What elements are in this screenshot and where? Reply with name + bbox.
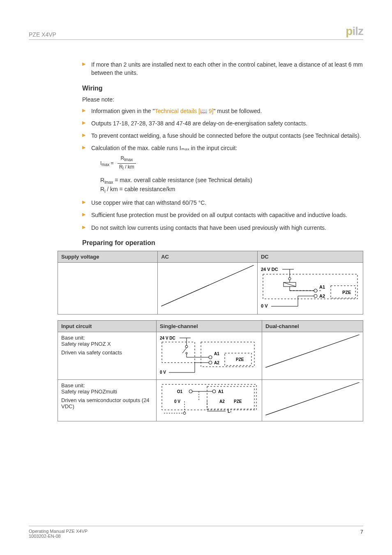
t2-r1c1c: Driven via safety contacts — [61, 349, 153, 356]
svg-text:A1: A1 — [214, 352, 219, 356]
t2-r2c3 — [262, 380, 363, 421]
svg-point-46 — [212, 390, 216, 393]
wiring-b5: Use copper wire that can withstand 60/75… — [82, 199, 363, 207]
t1-h2: AC — [158, 251, 258, 263]
svg-text:A2: A2 — [214, 361, 219, 365]
svg-text:0 V: 0 V — [160, 370, 166, 375]
t1-r1c2 — [158, 263, 258, 314]
doc-title: PZE X4VP — [29, 31, 56, 38]
svg-line-41 — [265, 335, 360, 368]
logo-l: l — [355, 25, 358, 37]
dc-top-label: 24 V DC — [261, 267, 278, 272]
svg-point-30 — [209, 356, 212, 359]
page-header: PZE X4VP pilz — [29, 25, 363, 40]
svg-text:A1: A1 — [319, 284, 325, 289]
svg-point-14 — [314, 294, 317, 298]
after2: R — [100, 186, 104, 192]
svg-text:L-: L- — [228, 409, 231, 414]
svg-text:0 V: 0 V — [174, 399, 180, 404]
svg-text:PZE: PZE — [342, 290, 351, 295]
t2-r2c1: Base unit: Safety relay PNOZmulti Driven… — [58, 380, 157, 421]
dc-supply-diagram: 24 V DC A1 — [261, 265, 360, 310]
svg-text:A1: A1 — [218, 389, 224, 394]
t2-r2c1b: Safety relay PNOZmulti — [61, 388, 153, 395]
prep-heading: Preparing for operation — [82, 239, 363, 247]
after1-sub: lmax — [104, 180, 113, 184]
wiring-b1-pre: Information given in the " — [91, 108, 154, 114]
t1-h1: Supply voltage — [58, 251, 158, 263]
wiring-b2: Outputs 17-18, 27-28, 37-38 and 47-48 ar… — [82, 119, 363, 127]
svg-text:PZE: PZE — [234, 399, 242, 404]
t2-r2c1a: Base unit: — [61, 382, 153, 388]
t1-h3: DC — [257, 251, 363, 263]
t2-r2c1c: Driven via semiconductor outputs (24 VDC… — [61, 397, 153, 409]
formula-lhs-sub: max — [101, 162, 109, 167]
svg-point-25 — [185, 345, 188, 348]
formula-den: R — [119, 164, 123, 170]
svg-text:24 V DC: 24 V DC — [160, 336, 175, 340]
svg-text:O1: O1 — [177, 389, 183, 394]
pilz-logo: pilz — [346, 25, 363, 38]
wiring-b3: To prevent contact welding, a fuse shoul… — [82, 132, 363, 140]
empty-slash-icon — [265, 382, 360, 415]
svg-point-4 — [288, 278, 291, 280]
wiring-b4-text: Calculation of the max. cable runs Iₘₐₓ … — [91, 145, 237, 151]
empty-slash-icon — [161, 265, 254, 306]
svg-line-0 — [161, 265, 254, 306]
svg-rect-2 — [263, 274, 357, 299]
after1: R — [100, 177, 104, 183]
single-channel-pnozx-diagram: 24 V DC A1 A2 — [160, 335, 258, 376]
t2-r1c1a: Base unit: — [61, 335, 153, 341]
t2-r1c2: 24 V DC A1 A2 — [157, 332, 262, 380]
single-channel-pnozmulti-diagram: O1 A1 0 V A2 PZE L- — [160, 382, 258, 417]
after2-tail: / km = cable resistance/km — [105, 186, 175, 192]
svg-text:0 V: 0 V — [261, 303, 268, 308]
logo-z: z — [358, 25, 363, 37]
input-circuit-table: Input circuit Single-channel Dual-channe… — [58, 320, 363, 421]
wiring-b4: Calculation of the max. cable runs Iₘₐₓ … — [82, 144, 363, 194]
svg-text:A2: A2 — [219, 399, 225, 404]
t2-r1c1b: Safety relay PNOZ X — [61, 341, 153, 347]
footer-l1: Operating Manual PZE X4VP — [29, 529, 88, 534]
svg-rect-42 — [162, 384, 256, 410]
svg-line-59 — [265, 382, 360, 415]
t1-r1c3: 24 V DC A1 — [257, 263, 363, 314]
svg-text:PZE: PZE — [236, 357, 244, 362]
wiring-b6: Sufficient fuse protection must be provi… — [82, 211, 363, 219]
t2-r2c2: O1 A1 0 V A2 PZE L- — [157, 380, 262, 421]
footer-l2: 1003202-EN-08 — [29, 534, 88, 539]
t2-r1c3 — [262, 332, 363, 380]
svg-text:A2: A2 — [319, 294, 325, 298]
t2-h3: Dual-channel — [262, 321, 363, 332]
wiring-b7: Do not switch low currents using contact… — [82, 224, 363, 232]
logo-p: p — [346, 25, 352, 37]
wiring-lead: Please note: — [82, 96, 363, 103]
formula: Imax = Rlmax Rl / km — [100, 155, 363, 172]
t2-r1c1: Base unit: Safety relay PNOZ X Driven vi… — [58, 332, 157, 380]
intro-bullet: If more than 2 units are installed next … — [82, 60, 363, 77]
t2-h2: Single-channel — [157, 321, 262, 332]
svg-point-28 — [186, 352, 187, 354]
svg-point-43 — [189, 390, 192, 393]
svg-point-11 — [314, 289, 317, 292]
supply-voltage-table: Supply voltage AC DC 24 V DC — [58, 251, 363, 314]
t1-r1c1 — [58, 263, 158, 314]
page-number: 7 — [360, 529, 363, 539]
wiring-heading: Wiring — [82, 85, 363, 92]
wiring-b1-post: " must be followed. — [213, 108, 262, 114]
technical-details-link[interactable]: Technical details [📖 9] — [154, 108, 213, 114]
empty-slash-icon — [265, 335, 360, 368]
after1-tail: = max. overall cable resistance (see Tec… — [113, 177, 252, 183]
svg-rect-23 — [162, 342, 195, 363]
formula-den-tail: / km — [124, 164, 134, 170]
svg-point-33 — [209, 361, 212, 364]
svg-point-51 — [183, 412, 186, 414]
wiring-b1: Information given in the "Technical deta… — [82, 107, 363, 115]
formula-eq: = — [109, 160, 115, 166]
page-footer: Operating Manual PZE X4VP 1003202-EN-08 … — [29, 526, 363, 539]
formula-num-sub: lmax — [124, 157, 133, 162]
formula-explain: Rlmax = max. overall cable resistance (s… — [100, 176, 363, 195]
formula-num: R — [120, 155, 124, 161]
t2-h1: Input circuit — [58, 321, 157, 332]
